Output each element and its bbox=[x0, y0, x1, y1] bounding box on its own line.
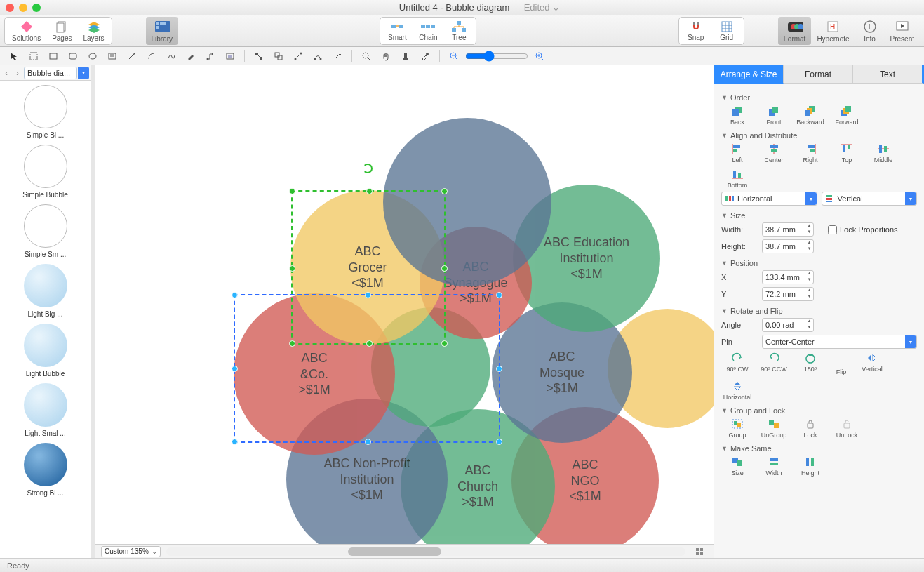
text-tool[interactable] bbox=[104, 49, 121, 63]
node-line-tool[interactable] bbox=[290, 49, 307, 63]
section-make-same[interactable]: ▼Make Same bbox=[721, 444, 917, 453]
node-curve-tool[interactable] bbox=[309, 49, 326, 63]
pen-edit-tool[interactable] bbox=[182, 49, 199, 63]
pin-dropdown[interactable]: Center-Center▾ bbox=[762, 335, 917, 349]
hand-tool[interactable] bbox=[377, 49, 394, 63]
tab-format[interactable]: Format bbox=[784, 65, 853, 84]
ellipse-tool[interactable] bbox=[84, 49, 101, 63]
align-top-button[interactable]: Top bbox=[831, 142, 863, 164]
x-input[interactable]: 133.4 mm▲▼ bbox=[762, 270, 814, 284]
svg-rect-129 bbox=[770, 463, 778, 465]
wand-tool[interactable] bbox=[329, 49, 346, 63]
shape-item[interactable]: Simple Bi ... bbox=[3, 85, 88, 139]
align-middle-button[interactable]: Middle bbox=[867, 142, 899, 164]
tab-arrange-size[interactable]: Arrange & Size bbox=[714, 65, 784, 84]
shape-item[interactable]: Light Bubble bbox=[3, 324, 88, 378]
section-order[interactable]: ▼Order bbox=[721, 93, 917, 102]
lock-proportions-checkbox[interactable] bbox=[828, 225, 837, 234]
format-panel-button[interactable]: Format bbox=[778, 17, 812, 45]
library-back-button[interactable]: ‹ bbox=[1, 68, 11, 78]
rect-select-tool[interactable] bbox=[25, 49, 42, 63]
solutions-button[interactable]: Solutions bbox=[6, 19, 46, 43]
section-position[interactable]: ▼Position bbox=[721, 259, 917, 267]
distribute-vertical-dropdown[interactable]: Vertical▾ bbox=[822, 192, 918, 206]
close-window-button[interactable] bbox=[6, 4, 14, 12]
rotate-90cw-button[interactable]: 90º CW bbox=[721, 352, 754, 375]
minimize-window-button[interactable] bbox=[19, 4, 27, 12]
crop-tool[interactable] bbox=[222, 49, 239, 63]
order-forward-button[interactable]: Forward bbox=[831, 105, 863, 126]
align-bottom-button[interactable]: Bottom bbox=[721, 168, 754, 189]
group-unlock-button[interactable]: UnLock bbox=[831, 418, 863, 439]
bubble[interactable] bbox=[383, 118, 551, 286]
shape-item[interactable]: Simple Bubble bbox=[3, 145, 88, 199]
snap-button[interactable]: Snap bbox=[681, 19, 711, 43]
library-button[interactable]: Library bbox=[146, 17, 179, 45]
rounded-rect-tool[interactable] bbox=[65, 49, 81, 63]
zoom-tool[interactable] bbox=[358, 49, 375, 63]
distribute-horizontal-dropdown[interactable]: Horizontal▾ bbox=[721, 192, 817, 206]
width-input[interactable]: 38.7 mm▲▼ bbox=[762, 222, 814, 237]
pages-button[interactable]: Pages bbox=[46, 19, 77, 43]
section-align[interactable]: ▼Align and Distribute bbox=[721, 131, 917, 140]
library-dropdown-caret[interactable]: ▾ bbox=[78, 67, 89, 79]
rotation-handle-icon[interactable] bbox=[363, 164, 373, 173]
info-panel-button[interactable]: i Info bbox=[855, 17, 885, 45]
rotate-90ccw-button[interactable]: 90º CCW bbox=[758, 352, 790, 375]
shape-item[interactable]: Strong Bi ... bbox=[3, 443, 88, 497]
zoom-slider[interactable] bbox=[465, 51, 528, 62]
library-forward-button[interactable]: › bbox=[13, 68, 22, 78]
connector-tool[interactable] bbox=[202, 49, 219, 63]
page-navigator-icon[interactable] bbox=[691, 545, 708, 559]
group-lock-button[interactable]: Lock bbox=[794, 418, 826, 439]
align-left-button[interactable]: Left bbox=[721, 142, 754, 164]
order-backward-button[interactable]: Backward bbox=[794, 105, 826, 126]
rotate-180-button[interactable]: 180º bbox=[794, 352, 826, 375]
edit-points-tool[interactable] bbox=[250, 49, 267, 63]
same-height-button[interactable]: Height bbox=[794, 455, 826, 477]
order-front-button[interactable]: Front bbox=[758, 105, 790, 126]
tree-connector-button[interactable]: Tree bbox=[443, 19, 474, 43]
same-size-button[interactable]: Size bbox=[721, 455, 754, 477]
zoom-in-button[interactable] bbox=[531, 49, 548, 63]
group-group-button[interactable]: Group bbox=[721, 418, 754, 439]
library-dropdown[interactable]: Bubble dia... bbox=[24, 67, 77, 79]
line-tool[interactable] bbox=[123, 49, 140, 63]
flip-vertical-button[interactable]: Vertical bbox=[856, 352, 888, 375]
present-button[interactable]: Present bbox=[885, 17, 920, 45]
tab-text[interactable]: Text bbox=[853, 65, 924, 84]
drawing-canvas[interactable]: ABC NGO <$1MABC Church >$1MABC Non-Profi… bbox=[95, 65, 714, 544]
grid-button[interactable]: Grid bbox=[711, 19, 742, 43]
smart-connector-button[interactable]: Smart bbox=[382, 19, 413, 43]
align-center-button[interactable]: Center bbox=[758, 142, 790, 164]
eyedropper-tool[interactable] bbox=[417, 49, 434, 63]
same-width-button[interactable]: Width bbox=[758, 455, 790, 477]
flip-horizontal-button[interactable]: Horizontal bbox=[721, 380, 754, 401]
section-rotate[interactable]: ▼Rotate and Flip bbox=[721, 307, 917, 315]
stamp-tool[interactable] bbox=[397, 49, 414, 63]
hypernote-panel-button[interactable]: H Hypernote bbox=[811, 17, 855, 45]
zoom-dropdown[interactable]: Custom 135% bbox=[101, 546, 161, 557]
height-input[interactable]: 38.7 mm▲▼ bbox=[762, 239, 814, 253]
rect-tool[interactable] bbox=[45, 49, 62, 63]
zoom-out-button[interactable] bbox=[446, 49, 462, 63]
shape-item[interactable]: Light Big ... bbox=[3, 264, 88, 318]
pointer-tool[interactable] bbox=[6, 49, 22, 63]
shape-item[interactable]: Light Smal ... bbox=[3, 383, 88, 437]
group-ungroup-button[interactable]: UnGroup bbox=[758, 418, 790, 439]
layers-button[interactable]: Layers bbox=[78, 19, 110, 43]
shape-item[interactable]: Simple Sm ... bbox=[3, 204, 88, 258]
fullscreen-window-button[interactable] bbox=[32, 4, 41, 12]
align-right-button[interactable]: Right bbox=[794, 142, 826, 164]
chain-connector-button[interactable]: Chain bbox=[413, 19, 443, 43]
angle-input[interactable]: 0.00 rad▲▼ bbox=[762, 318, 814, 332]
order-back-button[interactable]: Back bbox=[721, 105, 754, 126]
section-group[interactable]: ▼Group and Lock bbox=[721, 406, 917, 415]
arc-tool[interactable] bbox=[143, 49, 160, 63]
spline-tool[interactable] bbox=[163, 49, 180, 63]
group-edit-tool[interactable] bbox=[270, 49, 287, 63]
section-size[interactable]: ▼Size bbox=[721, 211, 917, 220]
y-input[interactable]: 72.2 mm▲▼ bbox=[762, 287, 814, 301]
window-title: Untitled 4 - Bubble diagram — Edited ⌄ bbox=[41, 2, 918, 13]
horizontal-scrollbar[interactable] bbox=[166, 547, 685, 556]
